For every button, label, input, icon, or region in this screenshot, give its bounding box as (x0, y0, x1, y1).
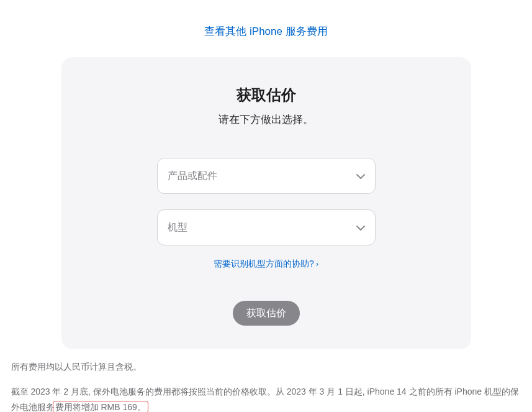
model-select-wrapper: 机型 (157, 209, 376, 245)
card-subtitle: 请在下方做出选择。 (92, 112, 440, 127)
model-select[interactable]: 机型 (157, 209, 376, 245)
card-title: 获取估价 (92, 85, 440, 105)
chevron-down-icon (356, 222, 365, 233)
submit-wrapper: 获取估价 (92, 301, 440, 326)
footer-disclaimer: 所有费用均以人民币计算且含税。 (11, 362, 521, 373)
estimate-card: 获取估价 请在下方做出选择。 产品或配件 机型 需要识别机型方面的协助?› (61, 57, 471, 349)
product-select-placeholder: 产品或配件 (168, 170, 217, 183)
footer-pricing-note: 截至 2023 年 2 月底, 保外电池服务的费用都将按照当前的价格收取。从 2… (11, 384, 521, 412)
product-select[interactable]: 产品或配件 (157, 158, 376, 194)
footer: 所有费用均以人民币计算且含税。 截至 2023 年 2 月底, 保外电池服务的费… (9, 362, 524, 412)
chevron-right-icon: › (316, 260, 318, 268)
helper-link-container: 需要识别机型方面的协助?› (92, 258, 440, 270)
product-select-wrapper: 产品或配件 (157, 158, 376, 194)
identify-model-link[interactable]: 需要识别机型方面的协助?› (214, 259, 318, 268)
price-increase-highlight: 费用将增加 RMB 169。 (53, 401, 148, 412)
other-services-link[interactable]: 查看其他 iPhone 服务费用 (204, 25, 327, 37)
model-select-placeholder: 机型 (168, 221, 187, 234)
chevron-down-icon (356, 170, 365, 181)
top-link-container: 查看其他 iPhone 服务费用 (0, 0, 532, 57)
get-estimate-button[interactable]: 获取估价 (233, 301, 300, 326)
